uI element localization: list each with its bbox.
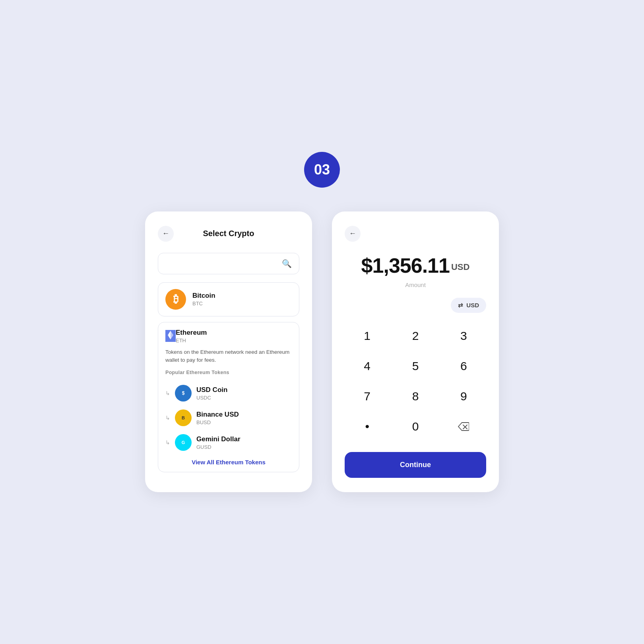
gusd-icon: G (175, 434, 192, 451)
gusd-name: Gemini Dollar (196, 435, 241, 443)
back-button[interactable]: ← (158, 226, 174, 242)
key-4[interactable]: 4 (345, 353, 390, 380)
swap-icon: ⇄ (458, 302, 463, 309)
token-arrow-gusd: ↳ (165, 439, 170, 446)
busd-name: Binance USD (196, 411, 239, 419)
key-3[interactable]: 3 (441, 322, 486, 349)
usdc-icon: $ (175, 385, 192, 402)
key-6[interactable]: 6 (441, 353, 486, 380)
key-7[interactable]: 7 (345, 383, 390, 410)
key-1[interactable]: 1 (345, 322, 390, 349)
bitcoin-info: Bitcoin BTC (192, 292, 215, 306)
currency-toggle-label: USD (466, 302, 479, 308)
busd-symbol: BUSD (196, 419, 239, 425)
amount-currency-suffix: USD (451, 262, 469, 272)
select-crypto-panel: ← Select Crypto 🔍 ₿ Bitcoin BTC (145, 211, 312, 493)
busd-icon: B (175, 409, 192, 426)
panel-header: ← Select Crypto (158, 226, 299, 242)
busd-info: Binance USD BUSD (196, 411, 239, 425)
view-all-tokens-link[interactable]: View All Ethereum Tokens (165, 459, 292, 466)
key-backspace[interactable] (441, 413, 486, 440)
ethereum-card: Ethereum ETH Tokens on the Ethereum netw… (158, 322, 299, 473)
bitcoin-name: Bitcoin (192, 292, 215, 300)
ethereum-icon (165, 330, 176, 342)
token-arrow-busd: ↳ (165, 415, 170, 421)
currency-toggle-button[interactable]: ⇄ USD (451, 298, 486, 313)
gusd-item[interactable]: ↳ G Gemini Dollar GUSD (165, 430, 292, 455)
busd-item[interactable]: ↳ B Binance USD BUSD (165, 405, 292, 430)
key-9[interactable]: 9 (441, 383, 486, 410)
amount-display: $1,356.11USD (345, 254, 486, 277)
key-8[interactable]: 8 (393, 383, 438, 410)
key-0[interactable]: 0 (393, 413, 438, 440)
usdc-symbol: USDC (196, 395, 227, 401)
step-badge: 03 (304, 152, 340, 188)
amount-panel: ← $1,356.11USD Amount ⇄ USD 1 2 3 4 5 6 … (332, 211, 499, 492)
ethereum-symbol: ETH (176, 338, 207, 343)
usdc-name: USD Coin (196, 386, 227, 394)
panels-container: ← Select Crypto 🔍 ₿ Bitcoin BTC (145, 211, 499, 493)
search-box: 🔍 (158, 253, 299, 274)
continue-button[interactable]: Continue (345, 452, 486, 478)
ethereum-top: Ethereum ETH (165, 329, 292, 343)
usdc-item[interactable]: ↳ $ USD Coin USDC (165, 381, 292, 405)
key-dot[interactable]: • (345, 413, 390, 440)
currency-toggle: ⇄ USD (345, 298, 486, 313)
ethereum-name: Ethereum (176, 329, 207, 337)
bitcoin-icon: ₿ (165, 289, 186, 310)
right-back-button[interactable]: ← (345, 226, 361, 242)
usdc-info: USD Coin USDC (196, 386, 227, 401)
search-input[interactable] (165, 260, 282, 267)
popular-tokens-label: Popular Ethereum Tokens (165, 370, 292, 375)
bitcoin-symbol: BTC (192, 301, 215, 306)
amount-value: $1,356.11 (361, 254, 450, 277)
key-2[interactable]: 2 (393, 322, 438, 349)
key-5[interactable]: 5 (393, 353, 438, 380)
numpad: 1 2 3 4 5 6 7 8 9 • 0 (345, 322, 486, 440)
right-panel-header: ← (345, 226, 486, 242)
token-arrow-usdc: ↳ (165, 390, 170, 396)
amount-label: Amount (345, 281, 486, 288)
ethereum-info: Ethereum ETH (176, 329, 207, 343)
gusd-symbol: GUSD (196, 444, 241, 450)
ethereum-description: Tokens on the Ethereum network need an E… (165, 348, 292, 365)
search-icon: 🔍 (282, 259, 292, 268)
gusd-info: Gemini Dollar GUSD (196, 435, 241, 450)
panel-title: Select Crypto (203, 229, 254, 238)
bitcoin-item[interactable]: ₿ Bitcoin BTC (158, 282, 299, 316)
